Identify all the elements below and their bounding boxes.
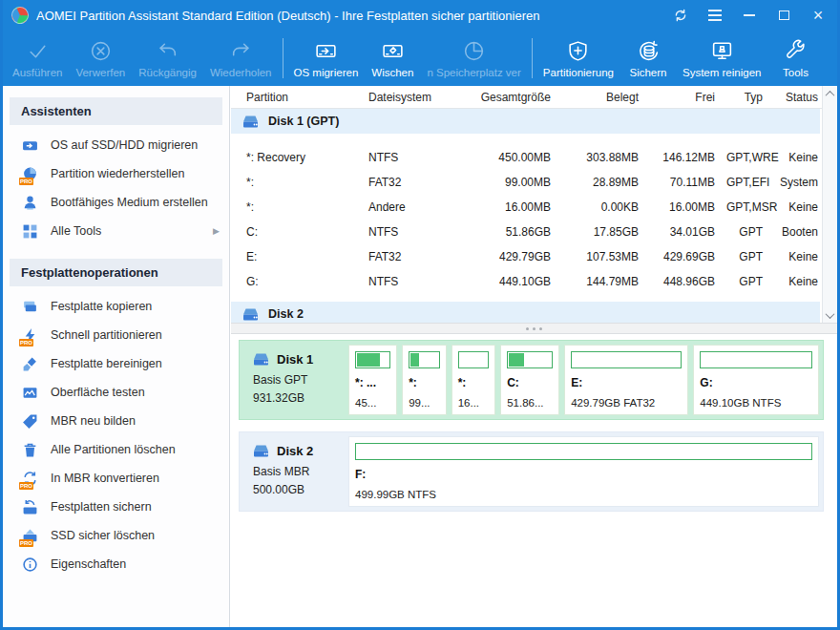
partition-block-e[interactable]: E: 429.79GB FAT32 — [564, 345, 688, 415]
restore-partition-icon: PRO — [22, 166, 38, 182]
sidebar-section-assistenten: Assistenten — [10, 97, 222, 125]
partition-block-f[interactable]: F: 499.99GB NTFS — [348, 436, 819, 507]
partition-table: Partition Dateisystem Gesamtgröße Belegt… — [231, 86, 837, 323]
disk2-type: Basis MBR — [253, 465, 339, 478]
minimize-button[interactable] — [737, 4, 762, 27]
table-row[interactable]: C:NTFS 51.86GB17.85GB 34.01GBGPT Booten — [231, 220, 820, 244]
column-belegt[interactable]: Belegt — [556, 91, 644, 104]
column-status[interactable]: Status — [768, 91, 824, 104]
migrate-os-button[interactable]: OS migrieren — [287, 32, 366, 85]
refresh-icon[interactable] — [668, 4, 693, 27]
maximize-button[interactable] — [771, 4, 796, 27]
lightning-icon: PRO — [22, 327, 38, 344]
disk-icon — [242, 115, 259, 129]
panel-splitter-handle[interactable] — [231, 323, 837, 334]
disk2-size: 500.00GB — [253, 483, 339, 496]
table-row[interactable]: *: RecoveryNTFS 450.00MB303.88MB 146.12M… — [231, 145, 820, 170]
discard-button: Verwerfen — [69, 32, 132, 85]
usage-bar — [507, 351, 553, 368]
disk1-group-row[interactable]: Disk 1 (GPT) — [231, 109, 820, 134]
sidebar-item-properties[interactable]: Eigenschaften — [3, 550, 229, 578]
disk1-label[interactable]: Disk 1 Basis GPT 931.32GB — [240, 341, 345, 419]
disk1-row[interactable]: Disk 1 Basis GPT 931.32GB *: ... 45... — [239, 340, 824, 420]
usage-bar — [409, 351, 440, 368]
column-dateisystem[interactable]: Dateisystem — [363, 91, 461, 104]
table-row[interactable]: *:FAT32 99.00MB28.89MB 70.11MBGPT,EFI Sy… — [231, 170, 820, 195]
disk-icon — [242, 307, 259, 322]
sidebar-item-backup-disks[interactable]: Festplatten sichern — [3, 493, 229, 521]
backup-disk-icon — [22, 499, 38, 515]
disk2-group-row[interactable]: Disk 2 — [231, 302, 820, 323]
undo-icon — [156, 39, 179, 63]
sidebar-item-bootable-media[interactable]: Bootfähiges Medium erstellen — [3, 188, 229, 217]
partitioning-button[interactable]: Partitionierung — [536, 32, 620, 85]
wrench-icon — [784, 39, 808, 63]
title-bar: AOMEI Partition Assistant Standard Editi… — [0, 0, 840, 31]
sidebar-item-migrate-os[interactable]: OS auf SSD/HDD migrieren — [3, 131, 229, 159]
disk-icon — [253, 444, 269, 458]
column-frei[interactable]: Frei — [644, 91, 721, 104]
sidebar-item-rebuild-mbr[interactable]: MBR neu bilden — [3, 407, 229, 435]
backup-icon — [637, 39, 661, 63]
disk1-name: Disk 1 — [277, 352, 313, 367]
redo-button: Wiederholen — [203, 32, 279, 85]
migrate-disk-icon — [314, 39, 338, 63]
disk2-label[interactable]: Disk 2 Basis MBR 500.00GB — [240, 432, 345, 511]
sidebar-item-restore-partition[interactable]: PRO Partition wiederherstellen — [3, 159, 229, 188]
partition-block-c[interactable]: C: 51.86... — [500, 345, 559, 415]
table-row[interactable]: *:Andere 16.00MB0.00KB 16.00MBGPT,MSR Ke… — [231, 195, 820, 220]
shield-plus-icon — [566, 39, 590, 63]
copy-disk-icon — [22, 299, 38, 315]
disk2-name: Disk 2 — [277, 444, 313, 458]
usage-bar — [571, 351, 682, 368]
tools-button[interactable]: Tools — [767, 32, 823, 85]
disk2-row[interactable]: Disk 2 Basis MBR 500.00GB F: 499.99GB NT… — [239, 431, 824, 512]
app-window: AOMEI Partition Assistant Standard Editi… — [0, 0, 840, 630]
trash-icon — [22, 442, 38, 458]
tag-icon — [22, 413, 38, 430]
column-typ[interactable]: Typ — [721, 91, 768, 104]
clean-system-button[interactable]: System reinigen — [676, 32, 767, 85]
redo-icon — [229, 39, 253, 63]
sidebar-item-all-tools[interactable]: Alle Tools ▶ — [3, 217, 229, 245]
toolbar: Ausführen Verwerfen Rückgängig Wiederhol… — [0, 31, 840, 86]
sidebar-item-delete-all-partitions[interactable]: Alle Partitionen löschen — [3, 435, 229, 464]
sidebar-item-copy-disk[interactable]: Festplatte kopieren — [3, 292, 229, 321]
table-row[interactable]: G:NTFS 449.10GB144.79MB 448.96GBGPT Kein… — [231, 269, 820, 294]
sidebar-item-surface-test[interactable]: Oberfläche testen — [3, 378, 229, 407]
scroll-down-icon[interactable] — [823, 307, 837, 323]
clean-system-icon — [710, 39, 734, 63]
usage-bar — [700, 351, 812, 368]
disk1-type: Basis GPT — [253, 373, 339, 387]
wipe-disk-icon — [381, 39, 405, 63]
partition-block-msr[interactable]: *: 16... — [452, 345, 496, 415]
menu-icon[interactable] — [703, 4, 727, 27]
partition-block-recovery[interactable]: *: ... 45... — [348, 345, 397, 415]
table-row[interactable]: E:FAT32 429.79GB107.53MB 429.69GBGPT Kei… — [231, 244, 820, 269]
usage-bar — [355, 443, 812, 460]
toolbar-separator — [532, 38, 533, 78]
toolbar-separator — [283, 38, 284, 78]
scroll-up-icon[interactable] — [823, 86, 837, 101]
vertical-scrollbar[interactable] — [822, 86, 837, 323]
sidebar-item-convert-mbr[interactable]: PRO In MBR konvertieren — [3, 464, 229, 493]
disk-map-panel: Disk 1 Basis GPT 931.32GB *: ... 45... — [231, 334, 837, 625]
sidebar-item-clean-disk[interactable]: Festplatte bereinigen — [3, 349, 229, 378]
backup-button[interactable]: Sichern — [620, 32, 676, 85]
surface-test-icon — [22, 385, 38, 401]
wipe-button[interactable]: Wischen — [365, 32, 420, 85]
discard-icon — [89, 39, 113, 63]
disk-icon — [253, 352, 269, 367]
convert-icon: PRO — [22, 471, 38, 487]
partition-block-g[interactable]: G: 449.10GB NTFS — [693, 345, 819, 415]
close-button[interactable]: × — [806, 4, 830, 27]
column-partition[interactable]: Partition — [231, 91, 363, 104]
sidebar-item-quick-partition[interactable]: PRO Schnell partitionieren — [3, 321, 229, 349]
column-gesamtgroesse[interactable]: Gesamtgröße — [461, 91, 556, 104]
allocate-space-button: n Speicherplatz ver — [420, 32, 527, 85]
undo-button: Rückgängig — [132, 32, 203, 85]
window-title: AOMEI Partition Assistant Standard Editi… — [36, 9, 668, 23]
sidebar-item-ssd-secure-erase[interactable]: PRO SSD sicher löschen — [3, 521, 229, 550]
sidebar: Assistenten OS auf SSD/HDD migrieren PRO… — [3, 86, 230, 627]
partition-block-efi[interactable]: *: 99... — [402, 345, 447, 415]
